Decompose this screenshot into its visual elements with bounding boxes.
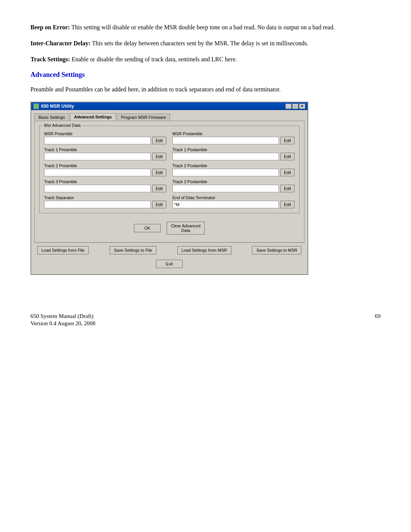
track2-preamble-input-row: Edit [44, 169, 166, 176]
track1-preamble-edit-button[interactable]: Edit [152, 153, 166, 160]
track1-preamble-input[interactable] [44, 153, 151, 160]
titlebar: 650 MSR Utility _ □ ✕ [31, 102, 307, 110]
track-settings-term: Track Settings: [30, 56, 70, 62]
track3-preamble-input[interactable] [44, 185, 151, 192]
tab-basic-settings[interactable]: Basic Settings [34, 113, 69, 121]
track1-postamble-edit-button[interactable]: Edit [280, 153, 295, 160]
tab-advanced-settings[interactable]: Advanced Settings [70, 113, 116, 121]
msr-postamble-edit-button[interactable]: Edit [280, 137, 295, 144]
track3-postamble-edit-button[interactable]: Edit [280, 185, 295, 192]
footer-line2: Version 0.4 August 20, 2008 [30, 320, 96, 327]
msr-postamble-input[interactable] [172, 137, 279, 144]
msr-preamble-label: MSR Preamble [44, 131, 166, 136]
tabs-bar: Basic Settings Advanced Settings Program… [34, 113, 304, 121]
page-number: 69 [375, 313, 381, 327]
msr-preamble-field: MSR Preamble Edit [44, 131, 166, 144]
clear-advanced-data-button[interactable]: Clear Advanced Data [167, 222, 205, 235]
end-of-data-terminator-input[interactable] [172, 201, 279, 208]
track-separator-input-row: Edit [44, 201, 166, 208]
footer-left: 650 System Manual (Draft) Version 0.4 Au… [30, 313, 96, 327]
track-separator-label: Track Separator [44, 195, 166, 200]
track3-postamble-label: Track 3 Postamble [172, 179, 295, 184]
advanced-settings-heading: Advanced Settings [30, 71, 381, 79]
track-separator-edit-button[interactable]: Edit [152, 201, 166, 208]
end-of-data-terminator-label: End of Data Terminator [172, 195, 295, 200]
track-separator-input[interactable] [44, 201, 151, 208]
msr-advanced-data-group: Msr Advanced Data MSR Preamble Edit [39, 126, 299, 213]
load-settings-from-msr-button[interactable]: Load Settings from MSR [177, 246, 231, 254]
window-footer: Load Settings from File Save Settings to… [34, 243, 304, 257]
load-settings-from-file-button[interactable]: Load Settings from File [37, 246, 89, 254]
msr-postamble-label: MSR Postamble [172, 131, 295, 136]
track1-preamble-input-row: Edit [44, 153, 166, 160]
inter-char-text: This sets the delay between characters s… [91, 40, 309, 46]
msr-postamble-input-row: Edit [172, 137, 295, 144]
track2-postamble-input[interactable] [172, 169, 279, 176]
msr-preamble-edit-button[interactable]: Edit [152, 137, 166, 144]
beep-on-error-text: This setting will disable or enable the … [70, 24, 335, 30]
page-content: Beep on Error: This setting will disable… [30, 23, 381, 327]
group-box-title: Msr Advanced Data [43, 123, 82, 128]
track2-postamble-field: Track 2 Postamble Edit [172, 163, 295, 176]
track2-postamble-input-row: Edit [172, 169, 295, 176]
track3-postamble-input[interactable] [172, 185, 279, 192]
track3-preamble-input-row: Edit [44, 185, 166, 192]
track1-preamble-label: Track 1 Preamble [44, 147, 166, 152]
track2-preamble-edit-button[interactable]: Edit [152, 169, 166, 176]
track3-postamble-field: Track 3 Postamble Edit [172, 179, 295, 192]
titlebar-controls[interactable]: _ □ ✕ [285, 104, 305, 109]
msr-postamble-field: MSR Postamble Edit [172, 131, 295, 144]
main-buttons-row: OK Clear Advanced Data [39, 217, 299, 238]
footer-line1: 650 System Manual (Draft) [30, 313, 96, 320]
tab-program-msr-firmware[interactable]: Program MSR Firmware [117, 113, 170, 121]
close-button[interactable]: ✕ [299, 104, 305, 109]
track1-postamble-field: Track 1 Postamble Edit [172, 147, 295, 160]
window-body: Basic Settings Advanced Settings Program… [31, 110, 307, 274]
end-of-data-terminator-input-row: Edit [172, 201, 295, 208]
save-settings-to-msr-button[interactable]: Save Settings to MSR [252, 246, 301, 254]
ok-button[interactable]: OK [134, 224, 161, 232]
track-settings-text: Enable or disable the sending of track d… [70, 56, 237, 62]
track2-preamble-field: Track 2 Preamble Edit [44, 163, 166, 176]
fields-grid: MSR Preamble Edit MSR Postamble Edi [44, 131, 295, 208]
track1-postamble-input-row: Edit [172, 153, 295, 160]
track2-postamble-label: Track 2 Postamble [172, 163, 295, 168]
msr-preamble-input-row: Edit [44, 137, 166, 144]
save-settings-to-file-button[interactable]: Save Settings to File [110, 246, 156, 254]
app-window: 650 MSR Utility _ □ ✕ Basic Settings Adv… [30, 102, 308, 275]
track3-preamble-field: Track 3 Preamble Edit [44, 179, 166, 192]
track1-postamble-input[interactable] [172, 153, 279, 160]
track3-postamble-input-row: Edit [172, 185, 295, 192]
msr-preamble-input[interactable] [44, 137, 151, 144]
exit-button[interactable]: Exit [156, 260, 183, 268]
minimize-button[interactable]: _ [285, 104, 292, 109]
end-of-data-terminator-edit-button[interactable]: Edit [280, 201, 295, 208]
track-separator-field: Track Separator Edit [44, 195, 166, 208]
track3-preamble-edit-button[interactable]: Edit [152, 185, 166, 192]
track3-preamble-label: Track 3 Preamble [44, 179, 166, 184]
end-of-data-terminator-field: End of Data Terminator Edit [172, 195, 295, 208]
exit-row: Exit [34, 257, 304, 271]
beep-on-error-term: Beep on Error: [30, 24, 70, 30]
track2-preamble-input[interactable] [44, 169, 151, 176]
track1-postamble-label: Track 1 Postamble [172, 147, 295, 152]
track-settings-para: Track Settings: Enable or disable the se… [30, 55, 381, 64]
inter-char-para: Inter-Character Delay: This sets the del… [30, 39, 381, 48]
intro-para: Preamble and Postambles can be added her… [30, 85, 381, 94]
window-title: 650 MSR Utility [41, 104, 74, 109]
app-icon [33, 104, 39, 109]
track2-preamble-label: Track 2 Preamble [44, 163, 166, 168]
track1-preamble-field: Track 1 Preamble Edit [44, 147, 166, 160]
restore-button[interactable]: □ [292, 104, 298, 109]
beep-on-error-para: Beep on Error: This setting will disable… [30, 23, 381, 32]
titlebar-left: 650 MSR Utility [33, 104, 74, 109]
inter-char-term: Inter-Character Delay: [30, 40, 91, 46]
track2-postamble-edit-button[interactable]: Edit [280, 169, 295, 176]
tab-content: Msr Advanced Data MSR Preamble Edit [34, 121, 304, 243]
page-footer: 650 System Manual (Draft) Version 0.4 Au… [30, 313, 381, 327]
